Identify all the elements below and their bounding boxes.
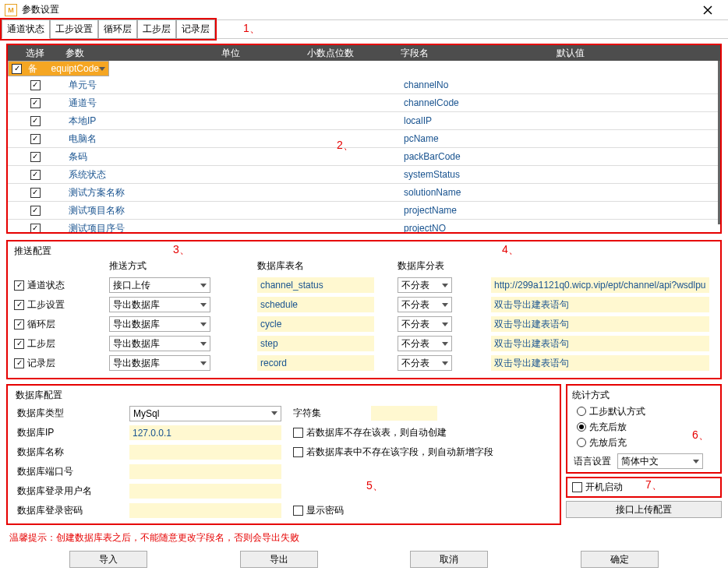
push-checkbox[interactable] bbox=[14, 358, 24, 368]
push-table-name[interactable]: cycle bbox=[257, 316, 374, 332]
row-checkbox[interactable] bbox=[30, 170, 41, 180]
table-row[interactable]: 条码packBarCode bbox=[8, 148, 720, 166]
lang-label: 语言设置 bbox=[574, 455, 611, 468]
db-pwd-input[interactable] bbox=[129, 503, 281, 518]
row-field: projectName bbox=[398, 205, 553, 216]
interface-upload-config-button[interactable]: 接口上传配置 bbox=[566, 501, 722, 518]
push-extra[interactable]: 双击导出建表语句 bbox=[491, 297, 709, 312]
export-button[interactable]: 导出 bbox=[240, 551, 318, 568]
cancel-button[interactable]: 取消 bbox=[410, 551, 488, 568]
db-name-label: 数据库名称 bbox=[12, 446, 129, 459]
push-header-method: 推送方式 bbox=[109, 259, 257, 273]
table-row[interactable]: 系统状态systemStatus bbox=[8, 166, 720, 184]
grid-body[interactable]: 设备号equiptCode单元号channelNo通道号channelCode本… bbox=[8, 61, 720, 232]
table-row[interactable]: 测试方案名称solutionName bbox=[8, 184, 720, 202]
row-param: 测试项目名称 bbox=[62, 204, 218, 217]
push-method-select[interactable]: 导出数据库 bbox=[109, 355, 210, 371]
grid-header: 选择 参数 单位 小数点位数 字段名 默认值 bbox=[8, 45, 720, 61]
row-param: 测试方案名称 bbox=[62, 186, 218, 199]
db-user-input[interactable] bbox=[129, 484, 281, 499]
param-grid: 2、 选择 参数 单位 小数点位数 字段名 默认值 设备号equiptCode单… bbox=[6, 44, 722, 234]
row-checkbox[interactable] bbox=[30, 98, 41, 108]
tab-step-layer[interactable]: 工步层 bbox=[137, 19, 176, 39]
push-extra[interactable]: 双击导出建表语句 bbox=[491, 316, 709, 332]
tab-record-layer[interactable]: 记录层 bbox=[176, 19, 215, 39]
row-checkbox[interactable] bbox=[30, 80, 41, 90]
push-body: 通道状态接口上传channel_status不分表http://299a1121… bbox=[11, 276, 714, 372]
row-checkbox[interactable] bbox=[30, 188, 41, 198]
db-pwd-label: 数据库登录密码 bbox=[12, 504, 129, 517]
grid-scrollbar[interactable] bbox=[718, 61, 720, 224]
table-row[interactable]: 通道号channelCode bbox=[8, 94, 720, 112]
show-pwd-checkbox[interactable] bbox=[293, 506, 303, 516]
push-label: 工步层 bbox=[27, 337, 55, 351]
push-extra[interactable]: 双击导出建表语句 bbox=[491, 355, 709, 371]
boot-checkbox[interactable] bbox=[572, 482, 582, 492]
annotation-1: 1、 bbox=[243, 22, 260, 36]
push-split-select[interactable]: 不分表 bbox=[398, 355, 452, 371]
db-ip-input[interactable] bbox=[129, 425, 281, 440]
db-type-select[interactable]: MySql bbox=[129, 406, 281, 421]
push-method-select[interactable]: 导出数据库 bbox=[109, 336, 210, 351]
push-table-name[interactable]: step bbox=[257, 336, 374, 351]
push-row: 循环层导出数据库cycle不分表双击导出建表语句 bbox=[11, 315, 714, 333]
row-checkbox[interactable] bbox=[30, 152, 41, 162]
row-field: channelCode bbox=[398, 97, 553, 108]
push-method-select[interactable]: 导出数据库 bbox=[109, 297, 210, 312]
row-param: 条码 bbox=[62, 150, 218, 164]
push-checkbox[interactable] bbox=[14, 339, 24, 349]
row-checkbox[interactable] bbox=[30, 224, 41, 233]
push-split-select[interactable]: 不分表 bbox=[398, 336, 452, 351]
close-button[interactable] bbox=[692, 0, 723, 20]
row-checkbox[interactable] bbox=[30, 116, 41, 126]
push-extra[interactable]: http://299a1121q0.wicp.vip/ept/channel/a… bbox=[491, 277, 709, 293]
charset-label: 字符集 bbox=[293, 407, 321, 420]
lang-select[interactable]: 简体中文 bbox=[617, 453, 703, 469]
col-default: 默认值 bbox=[553, 45, 720, 62]
boot-label: 开机启动 bbox=[585, 481, 623, 494]
charset-input[interactable] bbox=[371, 406, 437, 421]
table-row[interactable]: 测试项目名称projectName bbox=[8, 202, 720, 220]
push-headers: 推送方式 数据库表名 数据库分表 bbox=[11, 259, 714, 273]
stat-radio[interactable] bbox=[577, 422, 586, 432]
button-row: 导入 导出 取消 确定 bbox=[0, 548, 728, 571]
push-split-select[interactable]: 不分表 bbox=[398, 277, 452, 293]
push-split-select[interactable]: 不分表 bbox=[398, 297, 452, 312]
row-checkbox[interactable] bbox=[30, 134, 41, 144]
push-method-select[interactable]: 接口上传 bbox=[109, 277, 210, 293]
auto-add-col-checkbox[interactable] bbox=[293, 447, 303, 457]
push-header-table: 数据库表名 bbox=[257, 259, 398, 273]
push-table-name[interactable]: channel_status bbox=[257, 277, 374, 293]
stat-radio[interactable] bbox=[577, 438, 586, 447]
push-checkbox[interactable] bbox=[14, 319, 24, 330]
push-method-select[interactable]: 导出数据库 bbox=[109, 316, 210, 332]
push-checkbox[interactable] bbox=[14, 280, 24, 291]
row-checkbox[interactable] bbox=[30, 206, 41, 216]
push-table-name[interactable]: schedule bbox=[257, 297, 374, 312]
row-checkbox[interactable] bbox=[12, 64, 22, 74]
push-checkbox[interactable] bbox=[14, 300, 24, 310]
table-row[interactable]: 测试项目序号projectNO bbox=[8, 220, 720, 232]
auto-create-table-checkbox[interactable] bbox=[293, 428, 303, 438]
row-field: packBarCode bbox=[398, 151, 553, 162]
push-header-split: 数据库分表 bbox=[398, 259, 491, 273]
db-port-input[interactable] bbox=[129, 464, 281, 479]
tab-channel-status[interactable]: 通道状态 bbox=[2, 19, 50, 39]
table-row[interactable]: 本地IPlocalIP bbox=[8, 112, 720, 130]
table-row[interactable]: 单元号channelNo bbox=[8, 76, 720, 94]
app-logo-icon: M bbox=[5, 4, 17, 16]
tab-cycle-layer[interactable]: 循环层 bbox=[98, 19, 137, 39]
row-param: 系统状态 bbox=[62, 168, 218, 182]
table-row[interactable]: 电脑名pcName bbox=[8, 130, 720, 148]
import-button[interactable]: 导入 bbox=[69, 551, 147, 568]
row-param: 电脑名 bbox=[62, 132, 218, 146]
stat-panel: 6、 统计方式 工步默认方式先充后放先放后充 语言设置 简体中文 bbox=[566, 384, 722, 474]
push-split-select[interactable]: 不分表 bbox=[398, 316, 452, 332]
tab-step-setting[interactable]: 工步设置 bbox=[50, 19, 98, 39]
stat-radio[interactable] bbox=[577, 407, 586, 416]
push-extra[interactable]: 双击导出建表语句 bbox=[491, 336, 709, 351]
ok-button[interactable]: 确定 bbox=[581, 551, 659, 568]
push-table-name[interactable]: record bbox=[257, 355, 374, 371]
table-row[interactable]: 设备号equiptCode bbox=[8, 61, 109, 76]
db-name-input[interactable] bbox=[129, 445, 281, 460]
